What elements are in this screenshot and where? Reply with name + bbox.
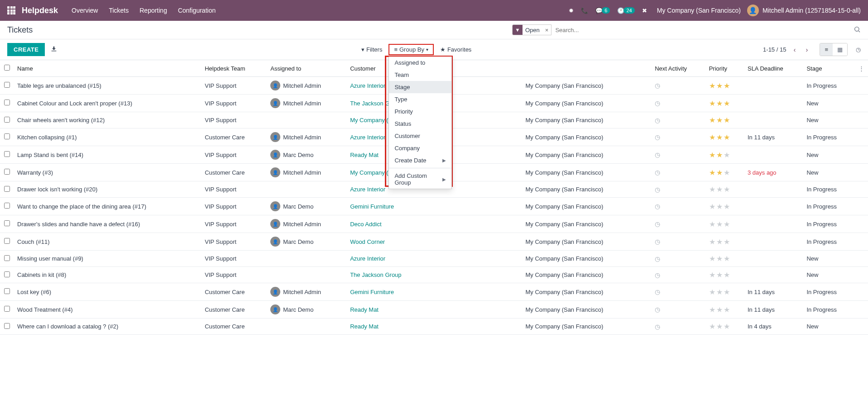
star-icon[interactable]: ★: [709, 133, 715, 142]
groupby-add-custom[interactable]: Add Custom Group▶: [389, 170, 451, 189]
star-icon[interactable]: ★: [709, 151, 715, 159]
activities-icon[interactable]: 🕐24: [617, 7, 634, 14]
clock-icon[interactable]: ◷: [655, 238, 660, 245]
groupby-item-create-date[interactable]: Create Date▶: [389, 154, 451, 166]
search-input[interactable]: [551, 25, 854, 35]
pager-next[interactable]: ›: [803, 46, 810, 53]
star-icon[interactable]: ★: [709, 322, 715, 331]
star-icon[interactable]: ★: [724, 305, 730, 314]
cell-activity[interactable]: ◷: [651, 198, 705, 215]
col-priority[interactable]: Priority: [705, 60, 744, 77]
table-row[interactable]: Couch (#11)VIP Support👤Marc DemoWood Cor…: [0, 233, 868, 251]
star-icon[interactable]: ★: [724, 133, 730, 142]
import-button[interactable]: [50, 45, 58, 54]
messages-icon[interactable]: 💬6: [595, 7, 610, 14]
clock-icon[interactable]: ◷: [655, 255, 660, 262]
star-icon[interactable]: ★: [709, 271, 715, 279]
clock-icon[interactable]: ◷: [655, 323, 660, 330]
clock-icon[interactable]: ◷: [655, 203, 660, 210]
col-team[interactable]: Helpdesk Team: [201, 60, 267, 77]
table-row[interactable]: Cabinets in kit (#8)VIP SupportThe Jacks…: [0, 267, 868, 283]
row-checkbox[interactable]: [4, 133, 10, 139]
groupby-item-company[interactable]: Company: [389, 142, 451, 154]
brand[interactable]: Helpdesk: [22, 6, 58, 15]
star-icon[interactable]: ★: [724, 81, 730, 90]
star-icon[interactable]: ★: [724, 202, 730, 211]
star-icon[interactable]: ★: [716, 238, 723, 246]
cell-customer[interactable]: Azure Interior: [346, 251, 489, 267]
cell-customer[interactable]: Ready Mat: [346, 318, 489, 335]
row-checkbox[interactable]: [4, 82, 10, 88]
table-row[interactable]: Where can I download a catalog ? (#2)Cus…: [0, 318, 868, 335]
cell-activity[interactable]: ◷: [651, 181, 705, 198]
groupby-item-assigned-to[interactable]: Assigned to: [389, 57, 451, 69]
row-checkbox[interactable]: [4, 238, 10, 244]
cell-activity[interactable]: ◷: [651, 251, 705, 267]
cell-activity[interactable]: ◷: [651, 77, 705, 95]
facet-close[interactable]: ×: [542, 27, 551, 33]
cell-activity[interactable]: ◷: [651, 128, 705, 146]
cell-customer[interactable]: Gemini Furniture: [346, 198, 489, 215]
star-icon[interactable]: ★: [716, 202, 723, 211]
row-checkbox[interactable]: [4, 151, 10, 157]
col-assigned[interactable]: Assigned to: [267, 60, 346, 77]
cell-activity[interactable]: ◷: [651, 146, 705, 164]
cell-activity[interactable]: ◷: [651, 215, 705, 233]
tools-icon[interactable]: ✖: [642, 7, 647, 14]
star-icon[interactable]: ★: [716, 168, 723, 177]
star-icon[interactable]: ★: [724, 254, 730, 263]
apps-icon[interactable]: [7, 6, 15, 14]
clock-icon[interactable]: ◷: [655, 82, 660, 89]
star-icon[interactable]: ★: [724, 99, 730, 108]
row-checkbox[interactable]: [4, 186, 10, 192]
star-icon[interactable]: ★: [724, 322, 730, 331]
groupby-item-priority[interactable]: Priority: [389, 105, 451, 118]
table-row[interactable]: Missing user manual (#9)VIP SupportAzure…: [0, 251, 868, 267]
star-icon[interactable]: ★: [709, 305, 715, 314]
view-list[interactable]: ≡: [820, 43, 833, 56]
cell-customer[interactable]: Wood Corner: [346, 233, 489, 251]
table-row[interactable]: Drawer's slides and handle have a defect…: [0, 215, 868, 233]
clock-icon[interactable]: ◷: [655, 100, 660, 107]
row-checkbox[interactable]: [4, 255, 10, 261]
star-icon[interactable]: ★: [716, 116, 723, 124]
col-options[interactable]: ⋮: [854, 60, 868, 77]
star-icon[interactable]: ★: [709, 99, 715, 108]
row-checkbox[interactable]: [4, 100, 10, 105]
nav-overview[interactable]: Overview: [72, 7, 98, 14]
clock-icon[interactable]: ◷: [655, 169, 660, 176]
star-icon[interactable]: ★: [716, 322, 723, 331]
star-icon[interactable]: ★: [709, 254, 715, 263]
star-icon[interactable]: ★: [709, 116, 715, 124]
clock-icon[interactable]: ◷: [655, 186, 660, 193]
clock-icon[interactable]: ◷: [655, 271, 660, 279]
star-icon[interactable]: ★: [709, 238, 715, 246]
view-activity[interactable]: ◷: [856, 46, 861, 53]
avatar[interactable]: 👤: [747, 5, 759, 16]
clock-icon[interactable]: ◷: [655, 151, 660, 158]
groupby-item-customer[interactable]: Customer: [389, 130, 451, 142]
table-row[interactable]: Lost key (#6)Customer Care👤Mitchell Admi…: [0, 283, 868, 301]
star-icon[interactable]: ★: [724, 151, 730, 159]
star-icon[interactable]: ★: [724, 238, 730, 246]
cell-customer[interactable]: The Jackson Group: [346, 267, 489, 283]
create-button[interactable]: CREATE: [7, 43, 45, 56]
star-icon[interactable]: ★: [709, 81, 715, 90]
groupby-button[interactable]: ≡ Group By ▾: [388, 44, 434, 55]
star-icon[interactable]: ★: [716, 185, 723, 194]
row-checkbox[interactable]: [4, 220, 10, 226]
table-row[interactable]: Wood Treatment (#4)Customer Care👤Marc De…: [0, 301, 868, 318]
star-icon[interactable]: ★: [716, 254, 723, 263]
cell-activity[interactable]: ◷: [651, 164, 705, 181]
nav-tickets[interactable]: Tickets: [109, 7, 129, 14]
star-icon[interactable]: ★: [716, 151, 723, 159]
cell-activity[interactable]: ◷: [651, 283, 705, 301]
groupby-item-stage[interactable]: Stage: [389, 81, 451, 93]
star-icon[interactable]: ★: [709, 168, 715, 177]
star-icon[interactable]: ★: [709, 185, 715, 194]
nav-configuration[interactable]: Configuration: [178, 7, 216, 14]
cell-customer[interactable]: Ready Mat: [346, 301, 489, 318]
view-kanban[interactable]: ▦: [833, 43, 847, 56]
star-icon[interactable]: ★: [724, 116, 730, 124]
col-activity[interactable]: Next Activity: [651, 60, 705, 77]
